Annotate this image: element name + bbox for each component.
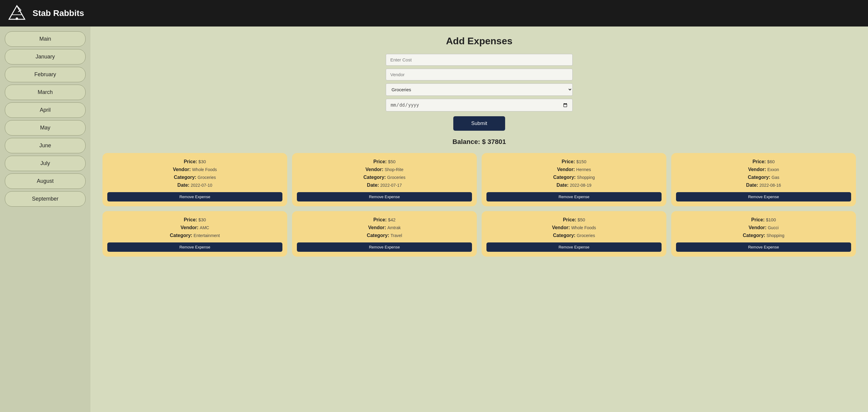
price-label: Price: [752, 159, 766, 164]
expense-card: Price: $150 Vendor: Hermes Category: Sho… [482, 153, 666, 206]
category-value: Travel [391, 233, 402, 238]
submit-button[interactable]: Submit [453, 116, 505, 131]
remove-expense-button[interactable]: Remove Expense [107, 192, 282, 202]
expense-card: Price: $50 Vendor: Whole Foods Category:… [482, 211, 666, 256]
vendor-value: AMC [200, 225, 209, 230]
price-value: $150 [576, 159, 586, 164]
date-value: 2022-07-10 [191, 183, 213, 187]
vendor-value: Hermes [576, 167, 591, 172]
expense-card: Price: $100 Vendor: Gucci Category: Shop… [671, 211, 856, 256]
app-title: Stab Rabbits [33, 8, 84, 18]
vendor-label: Vendor: [749, 225, 767, 230]
category-label: Category: [553, 233, 576, 238]
remove-expense-button[interactable]: Remove Expense [297, 242, 472, 252]
date-value: 2022-08-16 [760, 183, 781, 187]
sidebar-item-september[interactable]: September [5, 191, 86, 207]
remove-expense-button[interactable]: Remove Expense [676, 242, 851, 252]
app-header: Stab Rabbits [0, 0, 868, 27]
expense-card: Price: $50 Vendor: Shop-Rite Category: G… [292, 153, 477, 206]
sidebar-item-february[interactable]: February [5, 67, 86, 82]
vendor-value: Whole Foods [571, 225, 596, 230]
date-label: Date: [178, 182, 190, 187]
vendor-value: Shop-Rite [384, 167, 403, 172]
category-label: Category: [364, 175, 386, 180]
vendor-label: Vendor: [552, 225, 570, 230]
remove-expense-button[interactable]: Remove Expense [676, 192, 851, 202]
category-select[interactable]: GroceriesShoppingGasEntertainmentTravel [386, 83, 572, 96]
card-category-row: Category: Travel [297, 233, 472, 238]
vendor-value: Whole Foods [192, 167, 217, 172]
sidebar-item-main[interactable]: Main [5, 31, 86, 47]
cost-input[interactable] [386, 54, 572, 66]
price-value: $50 [578, 217, 585, 222]
category-label: Category: [174, 175, 196, 180]
sidebar-item-january[interactable]: January [5, 49, 86, 64]
vendor-value: Gucci [768, 225, 778, 230]
remove-expense-button[interactable]: Remove Expense [487, 242, 661, 252]
category-value: Shopping [577, 175, 595, 180]
category-value: Entertainment [193, 233, 220, 238]
price-label: Price: [373, 159, 387, 164]
expense-form: GroceriesShoppingGasEntertainmentTravel … [386, 54, 572, 131]
category-label: Category: [743, 233, 765, 238]
page-title: Add Expenses [102, 36, 856, 47]
card-price-row: Price: $30 [107, 159, 282, 165]
remove-expense-button[interactable]: Remove Expense [107, 242, 282, 252]
card-date-row: Date: 2022-08-19 [487, 182, 661, 188]
date-label: Date: [367, 182, 379, 187]
svg-point-2 [16, 18, 18, 20]
category-label: Category: [170, 233, 192, 238]
card-price-row: Price: $42 [297, 217, 472, 222]
date-label: Date: [746, 182, 758, 187]
category-value: Groceries [387, 175, 406, 180]
card-date-row: Date: 2022-07-17 [297, 182, 472, 188]
card-date-row: Date: 2022-08-16 [676, 182, 851, 188]
price-label: Price: [561, 159, 575, 164]
main-content: Add Expenses GroceriesShoppingGasEnterta… [90, 27, 868, 412]
category-label: Category: [748, 175, 770, 180]
expense-card: Price: $30 Vendor: AMC Category: Enterta… [102, 211, 287, 256]
svg-marker-0 [9, 6, 25, 19]
card-category-row: Category: Entertainment [107, 233, 282, 238]
category-label: Category: [553, 175, 576, 180]
remove-expense-button[interactable]: Remove Expense [487, 192, 661, 202]
card-vendor-row: Vendor: Exxon [676, 167, 851, 172]
card-vendor-row: Vendor: Whole Foods [487, 225, 661, 230]
layout: MainJanuaryFebruaryMarchAprilMayJuneJuly… [0, 27, 868, 412]
price-value: $50 [388, 159, 396, 164]
card-category-row: Category: Groceries [487, 233, 661, 238]
card-category-row: Category: Shopping [676, 233, 851, 238]
sidebar-item-june[interactable]: June [5, 138, 86, 153]
card-vendor-row: Vendor: Hermes [487, 167, 661, 172]
category-value: Groceries [198, 175, 216, 180]
expense-card: Price: $30 Vendor: Whole Foods Category:… [102, 153, 287, 206]
sidebar-item-april[interactable]: April [5, 102, 86, 118]
vendor-label: Vendor: [173, 167, 191, 172]
date-input[interactable] [386, 99, 572, 111]
card-vendor-row: Vendor: Gucci [676, 225, 851, 230]
card-price-row: Price: $50 [297, 159, 472, 165]
date-value: 2022-08-19 [570, 183, 592, 187]
price-value: $60 [767, 159, 775, 164]
card-vendor-row: Vendor: Amtrak [297, 225, 472, 230]
card-vendor-row: Vendor: Whole Foods [107, 167, 282, 172]
balance-label: Balance: [453, 138, 480, 145]
expense-card: Price: $60 Vendor: Exxon Category: Gas D… [671, 153, 856, 206]
price-value: $100 [766, 217, 776, 222]
sidebar-item-august[interactable]: August [5, 173, 86, 189]
card-category-row: Category: Gas [676, 175, 851, 180]
sidebar-item-may[interactable]: May [5, 120, 86, 136]
balance-currency: $ [482, 138, 486, 145]
card-price-row: Price: $30 [107, 217, 282, 222]
vendor-label: Vendor: [368, 225, 386, 230]
sidebar-item-july[interactable]: July [5, 156, 86, 171]
date-label: Date: [557, 182, 569, 187]
remove-expense-button[interactable]: Remove Expense [297, 192, 472, 202]
vendor-label: Vendor: [748, 167, 766, 172]
vendor-input[interactable] [386, 69, 572, 80]
price-label: Price: [373, 217, 387, 222]
card-date-row: Date: 2022-07-10 [107, 182, 282, 188]
card-vendor-row: Vendor: Shop-Rite [297, 167, 472, 172]
category-value: Gas [772, 175, 779, 180]
sidebar-item-march[interactable]: March [5, 84, 86, 100]
